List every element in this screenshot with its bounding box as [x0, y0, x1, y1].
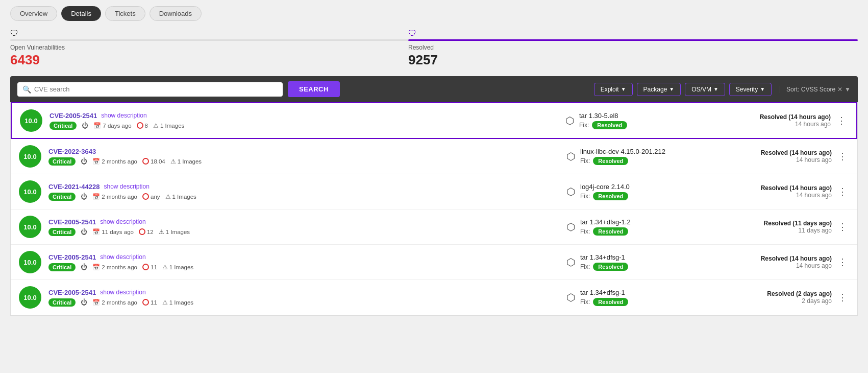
show-description-link[interactable]: show description	[100, 289, 145, 296]
package-filter-button[interactable]: Package ▼	[637, 83, 681, 96]
more-options-button[interactable]: ⋮	[836, 255, 849, 269]
exploit-filter-button[interactable]: Exploit ▼	[594, 83, 633, 96]
package-section: ⬡tar 1.34+dfsg-1.2Fix: Resolved	[566, 218, 740, 236]
show-description-link[interactable]: show description	[104, 183, 149, 190]
cve-row[interactable]: 10.0CVE-2005-2541show descriptionCritica…	[11, 102, 857, 139]
show-description-link[interactable]: show description	[100, 218, 145, 225]
power-icon: ⏻	[81, 263, 87, 271]
severity-filter-button[interactable]: Severity ▼	[729, 83, 772, 96]
shield-icon-open: 🛡	[10, 29, 408, 38]
calendar-meta-item: 📅7 days ago	[93, 122, 131, 129]
calendar-icon: 📅	[92, 193, 100, 200]
count-meta-item: 11	[142, 264, 157, 270]
package-info: linux-libc-dev 4.15.0-201.212Fix: Resolv…	[580, 148, 665, 165]
cve-id-text[interactable]: CVE-2021-44228	[48, 183, 100, 191]
more-options-button[interactable]: ⋮	[836, 291, 849, 304]
right-section: Resolved (14 hours ago)14 hours ago⋮	[746, 113, 848, 128]
fix-label: Fix:	[580, 193, 590, 200]
cve-id-text[interactable]: CVE-2005-2541	[48, 253, 96, 261]
more-options-button[interactable]: ⋮	[836, 220, 849, 234]
count-meta-item: any	[142, 193, 160, 200]
sort-arrow-icon[interactable]: ▼	[845, 86, 851, 93]
package-name: log4j-core 2.14.0	[580, 183, 630, 191]
package-icon: ⬡	[566, 150, 575, 162]
age-text: 2 months ago	[102, 264, 137, 270]
cve-row[interactable]: 10.0CVE-2005-2541show descriptionCritica…	[11, 245, 857, 280]
sort-label: Sort: CVSS Score	[786, 86, 835, 93]
sort-section: Sort: CVSS Score ✕ ▼	[780, 86, 851, 93]
cvss-score-badge: 10.0	[19, 145, 41, 168]
show-description-link[interactable]: show description	[101, 112, 146, 119]
package-section: ⬡log4j-core 2.14.0Fix: Resolved	[566, 183, 740, 200]
warning-icon: ⚠	[165, 193, 171, 200]
package-info: log4j-core 2.14.0Fix: Resolved	[580, 183, 630, 200]
images-text: 1 Images	[169, 264, 193, 270]
package-chevron-icon: ▼	[669, 86, 674, 92]
calendar-icon: 📅	[92, 228, 100, 236]
age-text: 11 days ago	[102, 229, 134, 235]
osvm-filter-button[interactable]: OS/VM ▼	[685, 83, 725, 96]
package-name: tar 1.34+dfsg-1	[580, 253, 628, 261]
resolved-time: Resolved (11 days ago)11 days ago	[764, 220, 832, 234]
count-meta-item: 8	[137, 122, 148, 129]
cve-id-row: CVE-2005-2541show description	[48, 253, 559, 261]
cve-info: CVE-2005-2541show descriptionCritical⏻📅2…	[48, 289, 559, 307]
cve-info: CVE-2005-2541show descriptionCritical⏻📅1…	[48, 218, 559, 236]
images-meta-item: ⚠1 Images	[162, 299, 193, 306]
osvm-filter-label: OS/VM	[691, 86, 711, 93]
cvss-score-badge: 10.0	[19, 180, 41, 203]
images-meta-item: ⚠1 Images	[162, 264, 193, 271]
tab-downloads[interactable]: Downloads	[150, 6, 202, 21]
show-description-link[interactable]: show description	[100, 253, 145, 261]
cve-meta: Critical⏻📅2 months ago 18.04⚠1 Images	[48, 157, 559, 166]
cve-id-text[interactable]: CVE-2005-2541	[49, 112, 97, 120]
right-section: Resolved (14 hours ago)14 hours ago⋮	[747, 184, 849, 199]
search-button[interactable]: SEARCH	[288, 81, 340, 97]
circle-icon	[139, 228, 145, 235]
images-meta-item: ⚠1 Images	[165, 193, 196, 200]
cve-row[interactable]: 10.0CVE-2022-3643Critical⏻📅2 months ago …	[11, 139, 857, 174]
tab-overview[interactable]: Overview	[10, 6, 57, 21]
resolved-stat-line	[408, 39, 858, 41]
more-options-button[interactable]: ⋮	[836, 150, 849, 163]
more-options-button[interactable]: ⋮	[836, 185, 849, 198]
resolved-sub-text: 14 hours ago	[761, 262, 832, 269]
cvss-score-badge: 10.0	[19, 216, 41, 238]
tab-tickets[interactable]: Tickets	[105, 6, 145, 21]
right-section: Resolved (14 hours ago)14 hours ago⋮	[747, 255, 849, 269]
more-options-button[interactable]: ⋮	[835, 114, 848, 127]
cve-id-row: CVE-2005-2541show description	[48, 289, 559, 296]
search-input-wrapper: 🔍	[17, 82, 283, 97]
resolved-sub-text: 2 days ago	[767, 297, 832, 305]
resolved-main-text: Resolved (14 hours ago)	[760, 113, 831, 121]
package-section: ⬡linux-libc-dev 4.15.0-201.212Fix: Resol…	[566, 148, 740, 165]
warning-icon: ⚠	[159, 228, 164, 236]
cve-id-text[interactable]: CVE-2005-2541	[48, 218, 96, 226]
circle-icon	[142, 158, 149, 165]
tab-details[interactable]: Details	[61, 6, 101, 21]
cve-meta: Critical⏻📅2 months ago 11⚠1 Images	[48, 298, 559, 307]
open-value: 6439	[10, 52, 408, 68]
cve-row[interactable]: 10.0CVE-2005-2541show descriptionCritica…	[11, 209, 857, 245]
resolved-sub-text: 11 days ago	[764, 227, 832, 234]
calendar-icon: 📅	[92, 299, 100, 306]
cve-info: CVE-2021-44228show descriptionCritical⏻📅…	[48, 183, 559, 201]
cvss-score-badge: 10.0	[20, 109, 42, 132]
calendar-icon: 📅	[93, 122, 101, 129]
fix-label: Fix:	[580, 263, 590, 270]
critical-badge: Critical	[48, 228, 76, 236]
package-section: ⬡tar 1.30-5.el8Fix: Resolved	[565, 112, 739, 129]
cve-id-text[interactable]: CVE-2005-2541	[48, 289, 96, 296]
open-label: Open Vulnerabilities	[10, 44, 408, 51]
images-text: 1 Images	[169, 299, 193, 306]
circle-icon	[142, 193, 149, 200]
images-text: 1 Images	[160, 123, 184, 129]
fix-row: Fix: Resolved	[580, 157, 665, 165]
critical-badge: Critical	[48, 157, 76, 166]
cve-row[interactable]: 10.0CVE-2005-2541show descriptionCritica…	[11, 280, 857, 315]
resolved-label: Resolved	[408, 44, 858, 51]
cve-row[interactable]: 10.0CVE-2021-44228show descriptionCritic…	[11, 174, 857, 209]
cve-search-input[interactable]	[34, 85, 278, 93]
cve-id-text[interactable]: CVE-2022-3643	[48, 148, 96, 155]
sort-clear-icon[interactable]: ✕	[837, 86, 842, 93]
